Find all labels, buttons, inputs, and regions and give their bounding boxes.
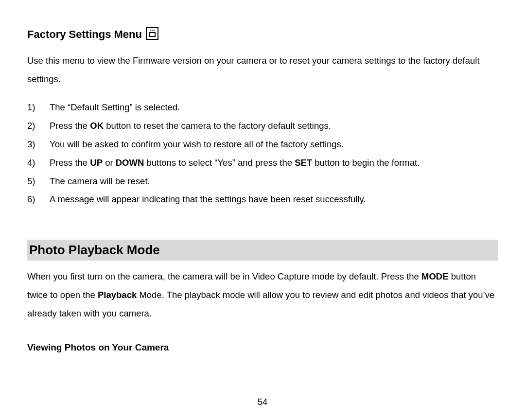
icon-inner-rect: [149, 32, 156, 37]
step-4: Press the UP or DOWN buttons to select “…: [27, 154, 498, 172]
step-4-g: button to begin the format.: [312, 158, 420, 168]
step-1: The “Default Setting” is selected.: [27, 98, 498, 117]
step-2-ok: OK: [90, 121, 104, 131]
step-2-c: button to reset the camera to the factor…: [104, 121, 331, 131]
step-5: The camera will be reset.: [27, 172, 498, 191]
viewing-photos-subheading: Viewing Photos on Your Camera: [27, 342, 498, 353]
step-3-text: You will be asked to confirm your wish t…: [50, 139, 344, 149]
step-6: A message will appear indicating that th…: [27, 190, 498, 209]
step-2-a: Press the: [50, 121, 90, 131]
document-page: Factory Settings Menu Use this menu to v…: [0, 0, 525, 420]
step-4-c: or: [103, 158, 116, 168]
page-number: 54: [0, 397, 525, 407]
factory-settings-heading: Factory Settings Menu: [27, 28, 142, 41]
settings-box-icon: [146, 27, 158, 40]
step-3: You will be asked to confirm your wish t…: [27, 135, 498, 154]
pp-mode: MODE: [421, 271, 449, 281]
pp-a: When you first turn on the camera, the c…: [27, 271, 421, 281]
step-6-text: A message will appear indicating that th…: [50, 194, 366, 204]
icon-dots: [147, 30, 158, 31]
photo-playback-heading: Photo Playback Mode: [27, 240, 498, 261]
photo-playback-paragraph: When you first turn on the camera, the c…: [27, 267, 498, 323]
step-4-set: SET: [295, 158, 312, 168]
step-4-e: buttons to select “Yes” and press the: [144, 158, 295, 168]
factory-settings-intro: Use this menu to view the Firmware versi…: [27, 52, 498, 88]
step-2: Press the OK button to reset the camera …: [27, 117, 498, 135]
step-4-a: Press the: [50, 158, 90, 168]
step-1-text: The “Default Setting” is selected.: [50, 102, 180, 112]
step-4-up: UP: [90, 158, 103, 168]
factory-settings-heading-row: Factory Settings Menu: [27, 28, 498, 41]
step-4-down: DOWN: [116, 158, 144, 168]
step-5-text: The camera will be reset.: [50, 176, 150, 186]
factory-settings-steps: The “Default Setting” is selected. Press…: [27, 98, 498, 209]
pp-playback: Playback: [98, 290, 137, 300]
